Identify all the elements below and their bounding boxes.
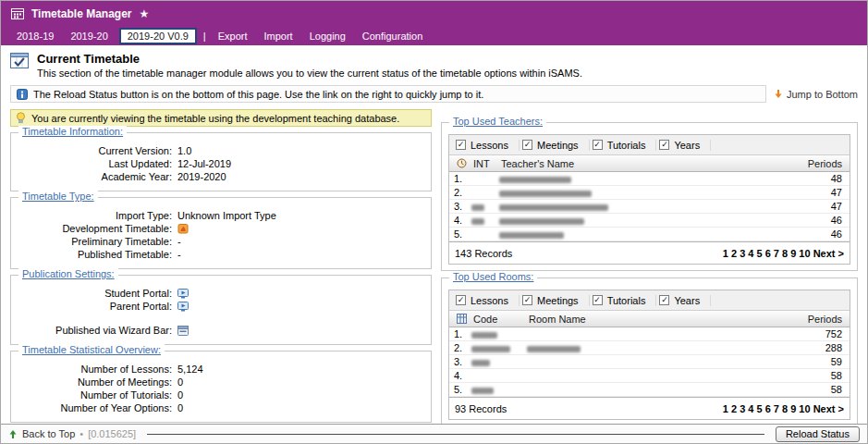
periods-value: 59 [803, 356, 850, 367]
pagination[interactable]: 1 2 3 4 5 6 7 8 9 10 Next > [723, 403, 844, 414]
checkbox-checked-icon[interactable]: ✓ [522, 295, 532, 305]
redacted-text [471, 218, 484, 225]
filter-meetings[interactable]: ✓Meetings [520, 295, 590, 306]
teacher-row[interactable]: 2. 47 [449, 186, 850, 200]
room-row[interactable]: 1. 752 [449, 327, 850, 341]
wizard-bar-icon [177, 326, 189, 336]
up-arrow-icon [8, 429, 18, 439]
tab-import[interactable]: Import [255, 29, 300, 43]
room-row[interactable]: 5. 58 [449, 383, 850, 397]
field-row: Published Timetable: - [18, 248, 423, 261]
filter-years[interactable]: ✓Years [656, 295, 711, 306]
checkbox-checked-icon[interactable]: ✓ [456, 140, 466, 150]
teacher-name [499, 201, 803, 212]
teacher-row[interactable]: 4. 46 [449, 214, 850, 228]
panel-timetable-information: Timetable Information: Current Version: … [10, 132, 432, 191]
page-load-time: [0.015625] [88, 428, 136, 439]
periods-value: 46 [803, 215, 850, 226]
pagination-current-page[interactable]: 1 [723, 403, 728, 414]
field-row: Academic Year: 2019-2020 [18, 170, 423, 183]
bottom-bar: Back to Top • [0.015625] Reload Status [1, 424, 867, 443]
pagination-current-page[interactable]: 1 [723, 248, 728, 259]
filter-tutorials[interactable]: ✓Tutorials [590, 140, 657, 151]
teachers-table: ✓Lessons ✓Meetings ✓Tutorials ✓Years INT… [448, 134, 850, 265]
field-row: Parent Portal: [18, 300, 423, 313]
back-to-top-link[interactable]: Back to Top [22, 428, 75, 439]
timetable-grid-icon [10, 53, 29, 68]
periods-value: 288 [803, 342, 850, 353]
row-number: 4. [449, 370, 471, 381]
jump-to-bottom-link[interactable]: Jump to Bottom [774, 89, 858, 100]
field-row: Student Portal: [18, 287, 423, 300]
filter-tutorials[interactable]: ✓Tutorials [590, 295, 657, 306]
checkbox-checked-icon[interactable]: ✓ [456, 295, 466, 305]
tab-2019-20[interactable]: 2019-20 [62, 29, 116, 43]
right-column: Top Used Teachers: ✓Lessons ✓Meetings ✓T… [441, 122, 858, 433]
column-header-code[interactable]: Code [471, 314, 527, 325]
tab-2019-20-v0-9[interactable]: 2019-20 V0.9 [119, 28, 197, 44]
column-header-periods[interactable]: Periods [803, 158, 850, 169]
checkbox-checked-icon[interactable]: ✓ [593, 140, 603, 150]
pagination-pages[interactable]: 2 3 4 5 6 7 8 9 10 [731, 403, 811, 414]
checkbox-checked-icon[interactable]: ✓ [593, 295, 603, 305]
field-label: Last Updated: [18, 158, 177, 169]
pagination[interactable]: 1 2 3 4 5 6 7 8 9 10 Next > [723, 248, 844, 259]
field-label: Number of Meetings: [18, 376, 177, 388]
periods-value: 46 [803, 228, 850, 240]
field-value: - [177, 249, 181, 260]
field-label: Published via Wizard Bar: [18, 325, 177, 336]
timetable-manager-window: { "colors": { "brand_purple": "#8e2b8a",… [0, 0, 868, 444]
redacted-text [499, 232, 564, 239]
panel-title-timetable-information[interactable]: Timetable Information: [18, 126, 127, 137]
checkbox-checked-icon[interactable]: ✓ [522, 140, 532, 150]
tab-logging[interactable]: Logging [301, 29, 354, 43]
tab-configuration[interactable]: Configuration [354, 29, 431, 43]
filter-lessons[interactable]: ✓Lessons [453, 140, 520, 151]
reload-status-button[interactable]: Reload Status [776, 426, 860, 442]
column-header-int[interactable]: INT [471, 158, 499, 169]
teacher-row[interactable]: 5. 46 [449, 228, 850, 241]
field-label: Parent Portal: [18, 301, 177, 312]
room-row[interactable]: 4. 58 [449, 369, 850, 383]
filter-years[interactable]: ✓Years [656, 140, 711, 151]
records-count: 143 Records [455, 248, 512, 259]
column-header-teachers-name[interactable]: Teacher's Name [499, 158, 803, 169]
checkbox-checked-icon[interactable]: ✓ [659, 140, 669, 150]
field-value [177, 223, 189, 234]
row-number: 2. [449, 187, 471, 198]
panel-timetable-type: Timetable Type: Import Type: Unknown Imp… [10, 197, 432, 269]
room-row[interactable]: 2. 288 [449, 341, 850, 355]
tab-export[interactable]: Export [210, 29, 256, 43]
pagination-next-link[interactable]: Next > [813, 403, 844, 414]
redacted-text [471, 332, 497, 339]
field-value: 0 [177, 402, 183, 413]
filter-label: Lessons [471, 140, 508, 151]
panel-title-top-used-teachers[interactable]: Top Used Teachers: [449, 116, 546, 127]
column-header-periods[interactable]: Periods [803, 314, 850, 325]
room-name [527, 342, 803, 353]
teacher-name [499, 187, 803, 198]
filter-label: Meetings [537, 140, 579, 151]
filter-meetings[interactable]: ✓Meetings [520, 140, 590, 151]
filter-lessons[interactable]: ✓Lessons [453, 295, 520, 306]
rooms-header-row: Code Room Name Periods [449, 311, 850, 327]
field-label: Number of Lessons: [18, 364, 177, 375]
panel-title-top-used-rooms[interactable]: Top Used Rooms: [449, 271, 537, 282]
checkbox-checked-icon[interactable]: ✓ [659, 295, 669, 305]
page-title: Current Timetable [37, 53, 582, 66]
teacher-row[interactable]: 1. 48 [449, 172, 850, 186]
room-grid-icon [449, 314, 471, 324]
pagination-next-link[interactable]: Next > [813, 248, 844, 259]
panel-title-statistical-overview[interactable]: Timetable Statistical Overview: [18, 344, 165, 355]
panel-publication-settings: Publication Settings: Student Portal: Pa… [10, 275, 432, 345]
redacted-text [499, 177, 571, 183]
room-row[interactable]: 3. 59 [449, 355, 850, 369]
favorite-star-icon[interactable]: ★ [139, 7, 149, 20]
teacher-row[interactable]: 3. 47 [449, 200, 850, 214]
column-header-room-name[interactable]: Room Name [527, 314, 803, 325]
tab-2018-19[interactable]: 2018-19 [8, 29, 62, 43]
pagination-pages[interactable]: 2 3 4 5 6 7 8 9 10 [731, 248, 811, 259]
panel-title-timetable-type[interactable]: Timetable Type: [18, 191, 98, 202]
panel-title-publication-settings[interactable]: Publication Settings: [18, 268, 118, 279]
field-row: Last Updated: 12-Jul-2019 [18, 157, 423, 170]
